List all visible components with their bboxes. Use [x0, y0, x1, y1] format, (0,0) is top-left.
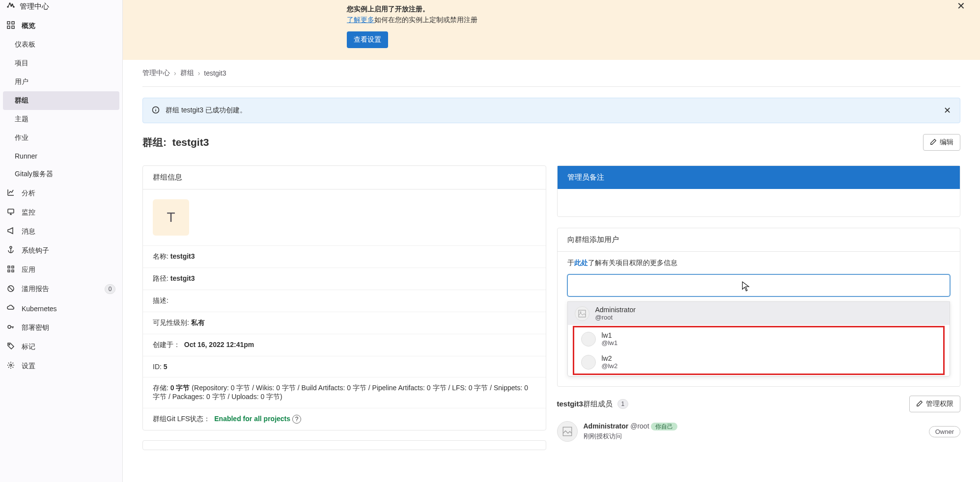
self-chip: 你自己: [651, 423, 677, 430]
sidebar-analytics[interactable]: 分析: [0, 184, 122, 203]
user-option-lw1[interactable]: lw1@lw1: [574, 327, 944, 350]
svg-rect-12: [12, 266, 14, 268]
admin-note-card: 管理员备注: [557, 165, 961, 217]
svg-rect-14: [12, 270, 14, 272]
chevron-right-icon: ›: [198, 69, 200, 77]
success-alert: 群组 testgit3 已成功创建。 ✕: [142, 98, 960, 123]
svg-rect-22: [563, 427, 572, 436]
svg-rect-5: [7, 22, 10, 24]
sidebar-sub-users[interactable]: 用户: [0, 73, 122, 91]
sidebar-monitoring[interactable]: 监控: [0, 203, 122, 222]
group-info-header: 群组信息: [143, 166, 546, 189]
svg-rect-9: [8, 209, 14, 213]
banner-text: 了解更多如何在您的实例上定制或禁用注册: [347, 16, 477, 25]
sidebar-sub-dashboard[interactable]: 仪表板: [0, 35, 122, 54]
registration-warning-banner: 您实例上启用了开放注册。 了解更多如何在您的实例上定制或禁用注册 查看设置 ✕: [123, 0, 980, 60]
edit-button[interactable]: 编辑: [923, 134, 960, 151]
info-icon: [152, 106, 160, 115]
main-content: 您实例上启用了开放注册。 了解更多如何在您的实例上定制或禁用注册 查看设置 ✕ …: [123, 0, 980, 482]
anchor-icon: [7, 246, 15, 255]
banner-title: 您实例上启用了开放注册。: [347, 5, 477, 14]
cloud-icon: [7, 304, 15, 313]
sidebar-kubernetes[interactable]: Kubernetes: [0, 299, 122, 318]
permissions-link[interactable]: 此处: [574, 259, 588, 267]
svg-rect-13: [8, 270, 10, 272]
sidebar-deploy-keys[interactable]: 部署密钥: [0, 318, 122, 337]
sidebar-sub-gitaly[interactable]: Gitaly服务器: [0, 165, 122, 184]
sidebar-sub-jobs[interactable]: 作业: [0, 129, 122, 147]
admin-icon: [7, 2, 15, 11]
member-row: Administrator @root 你自己 刚刚授权访问 Owner: [557, 416, 961, 442]
sidebar-sub-runner[interactable]: Runner: [0, 147, 122, 165]
admin-note-header: 管理员备注: [558, 166, 960, 189]
sidebar-sub-projects[interactable]: 项目: [0, 54, 122, 73]
group-info-card: 群组信息 T 名称: testgit3 路径: testgit3 描述: 可见性…: [142, 165, 546, 430]
manage-permissions-button[interactable]: 管理权限: [909, 396, 960, 412]
megaphone-icon: [7, 227, 15, 236]
info-storage: 存储: 0 字节 (Repository: 0 字节 / Wikis: 0 字节…: [143, 377, 546, 408]
learn-more-link[interactable]: 了解更多: [347, 16, 374, 24]
svg-point-18: [10, 364, 12, 366]
sidebar-header: 管理中心: [0, 2, 122, 16]
svg-rect-11: [8, 266, 10, 268]
add-user-card: 向群组添加用户 于此处了解有关项目权限的更多信息 Administrator@r…: [557, 228, 961, 387]
crumb-groups[interactable]: 群组: [180, 69, 194, 78]
sidebar-apps[interactable]: 应用: [0, 260, 122, 279]
svg-rect-8: [12, 26, 14, 28]
role-pill: Owner: [929, 426, 960, 437]
grid-icon: [7, 265, 15, 274]
chevron-right-icon: ›: [174, 69, 176, 77]
svg-point-17: [9, 344, 10, 345]
sidebar-sub-topics[interactable]: 主题: [0, 110, 122, 129]
sidebar-overview[interactable]: 概览: [0, 16, 122, 35]
breadcrumb: 管理中心 › 群组 › testgit3: [142, 60, 960, 86]
crumb-admin[interactable]: 管理中心: [142, 69, 170, 78]
sidebar-sub-groups[interactable]: 群组: [3, 91, 119, 110]
user-option-administrator[interactable]: Administrator@root: [568, 302, 950, 325]
close-icon: ✕: [957, 0, 965, 11]
overview-icon: [7, 21, 15, 30]
svg-point-10: [10, 246, 12, 248]
view-settings-button[interactable]: 查看设置: [347, 31, 388, 48]
close-icon: ✕: [944, 106, 951, 115]
chart-icon: [7, 188, 15, 198]
gear-icon: [7, 361, 15, 371]
svg-point-16: [8, 325, 11, 328]
pencil-icon: [930, 138, 937, 147]
svg-rect-20: [579, 310, 586, 317]
sidebar-labels[interactable]: 标记: [0, 337, 122, 356]
svg-rect-7: [7, 26, 10, 28]
avatar: [557, 421, 578, 442]
pencil-icon: [916, 400, 923, 408]
admin-note-body: [558, 189, 960, 216]
close-banner-button[interactable]: ✕: [957, 0, 965, 12]
user-dropdown: Administrator@root lw1@lw1 lw2@lw2: [567, 301, 951, 376]
crumb-current: testgit3: [204, 69, 226, 77]
user-option-lw2[interactable]: lw2@lw2: [574, 350, 944, 374]
members-count-badge: 1: [617, 399, 628, 409]
info-path: 路径: testgit3: [143, 268, 546, 290]
avatar: [581, 332, 596, 347]
monitor-icon: [7, 208, 15, 217]
avatar: [575, 306, 589, 321]
sidebar-settings[interactable]: 设置: [0, 356, 122, 375]
info-visibility: 可见性级别: 私有: [143, 312, 546, 334]
sidebar-abuse[interactable]: 滥用报告0: [0, 279, 122, 299]
user-search-input[interactable]: [567, 274, 951, 296]
close-alert-button[interactable]: ✕: [944, 105, 951, 116]
block-icon: [7, 285, 15, 294]
key-icon: [7, 323, 15, 332]
info-name: 名称: testgit3: [143, 245, 546, 268]
member-name-line: Administrator @root 你自己: [584, 422, 678, 431]
info-desc: 描述:: [143, 290, 546, 312]
members-section: testgit3群组成员 1 管理权限: [557, 396, 961, 442]
info-id: ID: 5: [143, 356, 546, 377]
svg-point-21: [580, 312, 581, 313]
sidebar-hooks[interactable]: 系统钩子: [0, 241, 122, 260]
tag-icon: [7, 342, 15, 351]
help-icon[interactable]: ?: [292, 415, 301, 424]
sidebar-messages[interactable]: 消息: [0, 222, 122, 241]
add-user-header: 向群组添加用户: [558, 228, 960, 252]
admin-sidebar: 管理中心 概览 仪表板 项目 用户 群组 主题 作业 Runner Gitaly…: [0, 0, 123, 482]
page-title: 群组: testgit3: [142, 135, 209, 149]
